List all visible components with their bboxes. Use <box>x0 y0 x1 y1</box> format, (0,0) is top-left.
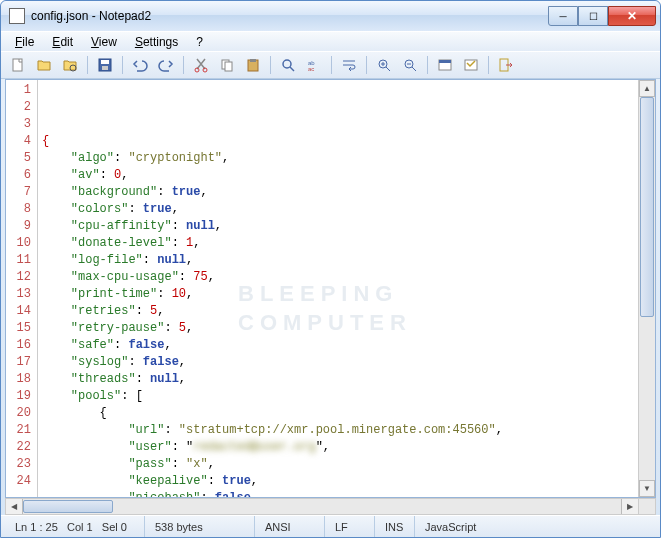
undo-icon[interactable] <box>129 54 151 76</box>
line-number: 5 <box>8 150 31 167</box>
code-line[interactable]: "donate-level": 1, <box>42 235 634 252</box>
code-line[interactable]: "colors": true, <box>42 201 634 218</box>
code-line[interactable]: "pass": "x", <box>42 456 634 473</box>
code-line[interactable]: { <box>42 133 634 150</box>
code-line[interactable]: "keepalive": true, <box>42 473 634 490</box>
line-number: 6 <box>8 167 31 184</box>
line-number: 21 <box>8 422 31 439</box>
titlebar[interactable]: config.json - Notepad2 ─ ☐ ✕ <box>1 1 660 31</box>
line-number: 18 <box>8 371 31 388</box>
hscroll-thumb[interactable] <box>23 500 113 513</box>
code-line[interactable]: { <box>42 405 634 422</box>
code-line[interactable]: "background": true, <box>42 184 634 201</box>
line-number: 15 <box>8 320 31 337</box>
statusbar: Ln 1 : 25 Col 1 Sel 0 538 bytes ANSI LF … <box>1 515 660 537</box>
line-number: 20 <box>8 405 31 422</box>
menu-view[interactable]: View <box>83 33 125 51</box>
menu-settings[interactable]: Settings <box>127 33 186 51</box>
line-number: 12 <box>8 269 31 286</box>
code-line[interactable]: "pools": [ <box>42 388 634 405</box>
vertical-scrollbar[interactable]: ▲ ▼ <box>638 80 655 497</box>
svg-rect-0 <box>13 59 22 71</box>
status-language[interactable]: JavaScript <box>415 516 656 537</box>
scroll-left-icon[interactable]: ◀ <box>6 499 23 514</box>
app-window: config.json - Notepad2 ─ ☐ ✕ File Edit V… <box>0 0 661 538</box>
line-number: 23 <box>8 456 31 473</box>
code-line[interactable]: "retry-pause": 5, <box>42 320 634 337</box>
code-editor[interactable]: BLEEPINGCOMPUTER { "algo": "cryptonight"… <box>38 80 638 497</box>
line-number: 17 <box>8 354 31 371</box>
code-line[interactable]: "nicehash": false <box>42 490 634 498</box>
code-line[interactable]: "av": 0, <box>42 167 634 184</box>
editor-area: 123456789101112131415161718192021222324 … <box>5 79 656 498</box>
scroll-corner <box>639 498 656 515</box>
vscroll-thumb[interactable] <box>640 97 654 317</box>
code-line[interactable]: "user": "redacted@user.org", <box>42 439 634 456</box>
svg-rect-10 <box>250 59 256 62</box>
zoom-in-icon[interactable] <box>373 54 395 76</box>
status-encoding[interactable]: ANSI <box>255 516 325 537</box>
cut-icon[interactable] <box>190 54 212 76</box>
code-line[interactable]: "log-file": null, <box>42 252 634 269</box>
scheme-icon[interactable] <box>434 54 456 76</box>
menu-edit[interactable]: Edit <box>44 33 81 51</box>
line-number: 22 <box>8 439 31 456</box>
menu-help[interactable]: ? <box>188 33 211 51</box>
menu-file[interactable]: File <box>7 33 42 51</box>
horizontal-scrollbar[interactable]: ◀ ▶ <box>5 498 639 515</box>
line-number: 2 <box>8 99 31 116</box>
line-number: 14 <box>8 303 31 320</box>
scroll-up-icon[interactable]: ▲ <box>639 80 655 97</box>
line-number: 9 <box>8 218 31 235</box>
code-line[interactable]: "syslog": false, <box>42 354 634 371</box>
status-eol[interactable]: LF <box>325 516 375 537</box>
code-line[interactable]: "max-cpu-usage": 75, <box>42 269 634 286</box>
find-icon[interactable] <box>277 54 299 76</box>
line-number: 7 <box>8 184 31 201</box>
line-number: 1 <box>8 82 31 99</box>
status-size: 538 bytes <box>145 516 255 537</box>
line-number-gutter: 123456789101112131415161718192021222324 <box>6 80 38 497</box>
line-number: 8 <box>8 201 31 218</box>
copy-icon[interactable] <box>216 54 238 76</box>
line-number: 11 <box>8 252 31 269</box>
svg-rect-8 <box>225 62 232 71</box>
code-line[interactable]: "cpu-affinity": null, <box>42 218 634 235</box>
svg-rect-17 <box>439 60 451 63</box>
exit-icon[interactable] <box>495 54 517 76</box>
open-folder-icon[interactable] <box>33 54 55 76</box>
code-line[interactable]: "safe": false, <box>42 337 634 354</box>
code-line[interactable]: "threads": null, <box>42 371 634 388</box>
window-title: config.json - Notepad2 <box>31 9 548 23</box>
code-line[interactable]: "url": "stratum+tcp://xmr.pool.minergate… <box>42 422 634 439</box>
maximize-button[interactable]: ☐ <box>578 6 608 26</box>
zoom-out-icon[interactable] <box>399 54 421 76</box>
code-line[interactable]: "print-time": 10, <box>42 286 634 303</box>
code-line[interactable]: "algo": "cryptonight", <box>42 150 634 167</box>
app-icon <box>9 8 25 24</box>
customize-icon[interactable] <box>460 54 482 76</box>
close-button[interactable]: ✕ <box>608 6 656 26</box>
status-ovr[interactable]: INS <box>375 516 415 537</box>
code-line[interactable]: "retries": 5, <box>42 303 634 320</box>
new-file-icon[interactable] <box>7 54 29 76</box>
paste-icon[interactable] <box>242 54 264 76</box>
save-icon[interactable] <box>94 54 116 76</box>
line-number: 13 <box>8 286 31 303</box>
browse-icon[interactable] <box>59 54 81 76</box>
scroll-right-icon[interactable]: ▶ <box>621 499 638 514</box>
replace-icon[interactable]: abac <box>303 54 325 76</box>
line-number: 3 <box>8 116 31 133</box>
svg-rect-3 <box>101 60 109 64</box>
minimize-button[interactable]: ─ <box>548 6 578 26</box>
line-number: 19 <box>8 388 31 405</box>
line-number: 16 <box>8 337 31 354</box>
toolbar: abac <box>1 51 660 79</box>
scroll-down-icon[interactable]: ▼ <box>639 480 655 497</box>
status-position: Ln 1 : 25 Col 1 Sel 0 <box>5 516 145 537</box>
line-number: 24 <box>8 473 31 490</box>
svg-rect-4 <box>102 66 108 70</box>
redo-icon[interactable] <box>155 54 177 76</box>
wordwrap-icon[interactable] <box>338 54 360 76</box>
svg-text:ac: ac <box>308 66 314 72</box>
